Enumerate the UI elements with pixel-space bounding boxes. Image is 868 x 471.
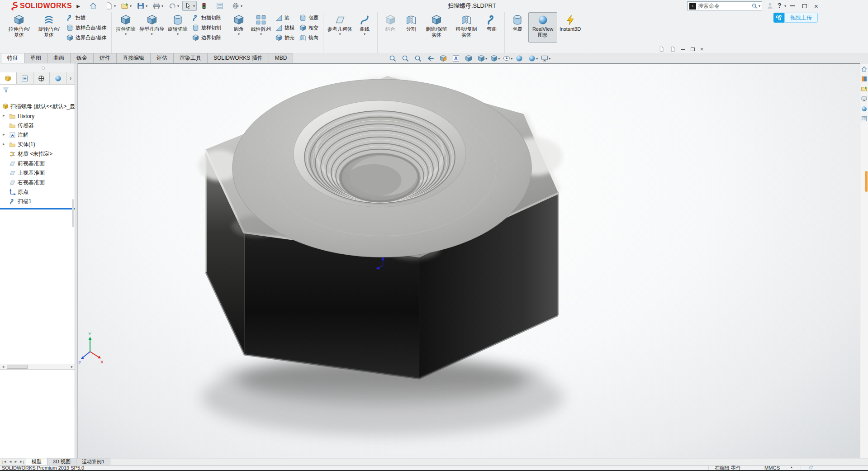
- scroll-right-icon[interactable]: ►: [69, 365, 75, 368]
- tree-filter[interactable]: [0, 85, 75, 95]
- reference-geometry-button[interactable]: 参考几何体 ▾: [326, 12, 354, 37]
- front-plane-item[interactable]: ▸ 前视基准面: [0, 159, 75, 168]
- panel-scrollbar-thumb[interactable]: [72, 199, 74, 227]
- part-root-item[interactable]: 扫描螺母 (默认<<默认>_显示状: [0, 101, 75, 111]
- help-caret-icon[interactable]: ▾: [784, 4, 786, 8]
- new-file-button[interactable]: ▾: [103, 1, 118, 11]
- search-icon[interactable]: [751, 3, 758, 9]
- undo-button[interactable]: ▾: [166, 1, 181, 11]
- expand-arrow-icon[interactable]: ▸: [3, 113, 5, 118]
- taskpane-file-explorer[interactable]: [861, 86, 868, 92]
- open-file-button[interactable]: ▾: [119, 1, 133, 11]
- boundary-cut-button[interactable]: 边界切除: [190, 33, 223, 43]
- draft-button[interactable]: 拔模: [274, 23, 296, 33]
- doc-minimize-button[interactable]: [681, 49, 685, 50]
- mbd-tab[interactable]: MBD: [269, 53, 294, 63]
- units-selector[interactable]: MMGS: [764, 466, 780, 470]
- weldments-tab[interactable]: 焊件: [93, 53, 117, 63]
- zoom-to-area-button[interactable]: ▾: [400, 54, 413, 63]
- pane-icon[interactable]: [670, 46, 676, 52]
- home-button[interactable]: ▾: [87, 1, 102, 11]
- shell-button[interactable]: 抽壳: [274, 33, 296, 43]
- propertymanager-tab[interactable]: [17, 72, 33, 84]
- lofted-boss-base-button[interactable]: 放样凸台/基体: [65, 23, 108, 33]
- material-item[interactable]: ▸ 材质 <未指定>: [0, 149, 75, 159]
- minimize-button[interactable]: [790, 5, 795, 6]
- restore-button[interactable]: [802, 4, 807, 8]
- hole-wizard-button[interactable]: 异型孔向导 ▾: [138, 12, 166, 37]
- display-style-button[interactable]: ▾: [489, 54, 501, 63]
- edit-appearance-button[interactable]: ▾: [514, 54, 526, 63]
- previous-view-button[interactable]: ▾: [425, 54, 438, 63]
- drag-upload-widget[interactable]: 拖拽上传: [773, 13, 818, 23]
- splitter-knob-icon[interactable]: [42, 67, 45, 70]
- displaymanager-tab[interactable]: [50, 72, 66, 84]
- curves-button[interactable]: 曲线 ▾: [355, 12, 375, 37]
- taskpane-appearances[interactable]: [861, 105, 868, 112]
- solid-bodies-item[interactable]: ▸ 实体(1): [0, 140, 75, 149]
- search-input[interactable]: [698, 3, 751, 9]
- model-tab[interactable]: 模型: [26, 458, 47, 465]
- expand-arrow-icon[interactable]: ▸: [3, 142, 5, 146]
- realview-graphics-button[interactable]: RealView 图形 ▾: [528, 12, 557, 43]
- split-button[interactable]: 分割 ▾: [401, 12, 421, 37]
- configurationmanager-tab[interactable]: [33, 72, 50, 84]
- sheet-metal-tab[interactable]: 钣金: [70, 53, 94, 63]
- pane-icon[interactable]: [659, 46, 664, 52]
- linear-pattern-button[interactable]: 线性阵列 ▾: [250, 12, 272, 37]
- display-pane-splitter[interactable]: [0, 63, 75, 72]
- taskpane-design-library[interactable]: [861, 76, 868, 82]
- right-plane-item[interactable]: ▸ 右视基准面: [0, 178, 75, 187]
- doc-restore-button[interactable]: [691, 48, 695, 51]
- help-button[interactable]: ?: [778, 2, 782, 9]
- save-button[interactable]: ▾: [135, 1, 149, 11]
- surfaces-tab[interactable]: 曲面: [47, 53, 71, 63]
- apply-scene-button[interactable]: ▾: [526, 54, 539, 63]
- motion-study-tab[interactable]: 运动算例1: [76, 458, 110, 465]
- rebuild-button[interactable]: ▾: [198, 1, 213, 11]
- intersect-button[interactable]: 相交: [298, 23, 320, 33]
- next-tab-icon[interactable]: ►: [14, 460, 18, 464]
- magnifier-button[interactable]: ▾: [413, 54, 425, 63]
- sweep1-item[interactable]: ▸ 扫描1: [0, 197, 75, 206]
- taskpane-custom-properties[interactable]: [861, 115, 868, 122]
- first-tab-icon[interactable]: |◄: [2, 460, 7, 464]
- hex-nut-model[interactable]: [199, 76, 563, 378]
- boundary-boss-base-button[interactable]: 边界凸台/基体: [65, 33, 108, 43]
- user-account-icon[interactable]: [766, 2, 774, 10]
- select-tool-button[interactable]: ▾: [182, 1, 197, 11]
- settings-button[interactable]: ▾: [230, 1, 244, 11]
- solidworks-addins-tab[interactable]: SOLIDWORKS 插件: [207, 53, 269, 63]
- wrap-button[interactable]: 包覆: [298, 13, 320, 23]
- view-settings-button[interactable]: ▾: [539, 54, 552, 63]
- rollback-bar[interactable]: [0, 208, 75, 209]
- extruded-cut-button[interactable]: 拉伸切除 ▾: [114, 12, 137, 37]
- close-button[interactable]: ×: [814, 3, 818, 10]
- drag-upload-label[interactable]: 拖拽上传: [784, 13, 818, 23]
- taskpane-scrollbar-thumb[interactable]: [865, 171, 868, 192]
- options-button[interactable]: ▾: [214, 1, 228, 11]
- extruded-boss-base-button[interactable]: 拉伸凸台/基体 ▾: [5, 12, 33, 43]
- origin-item[interactable]: ▸ 原点: [0, 187, 75, 197]
- sweep-button[interactable]: 扫描: [65, 13, 108, 23]
- expand-arrow-icon[interactable]: ▸: [3, 132, 5, 137]
- scroll-left-icon[interactable]: ◄: [0, 365, 6, 368]
- features-tab[interactable]: 特征: [1, 53, 24, 63]
- tag-icon[interactable]: [808, 465, 814, 471]
- top-plane-item[interactable]: ▸ 上视基准面: [0, 168, 75, 178]
- print-button[interactable]: ▾: [151, 1, 165, 11]
- taskpane-view-palette[interactable]: [861, 95, 868, 102]
- render-tools-tab[interactable]: 渲染工具: [173, 53, 208, 63]
- sketch-tab[interactable]: 草图: [24, 53, 47, 63]
- fillet-button[interactable]: 圆角 ▾: [229, 12, 249, 37]
- move-copy-body-button[interactable]: 移动/复制实体 ▾: [452, 12, 481, 43]
- search-caret-icon[interactable]: ▾: [759, 4, 760, 8]
- instant3d-button[interactable]: Instant3D ▾: [558, 12, 582, 37]
- delete-keep-body-button[interactable]: 删除/保留实体 ▾: [422, 12, 451, 43]
- revolved-cut-button[interactable]: 旋转切除 ▾: [166, 12, 189, 37]
- menu-expand-arrow[interactable]: ▶: [76, 4, 80, 9]
- evaluate-tab[interactable]: 评估: [150, 53, 174, 63]
- sensors-item[interactable]: ▸ 传感器: [0, 121, 75, 130]
- 3d-views-tab[interactable]: 3D 视图: [47, 458, 76, 465]
- rib-button[interactable]: 筋: [274, 13, 296, 23]
